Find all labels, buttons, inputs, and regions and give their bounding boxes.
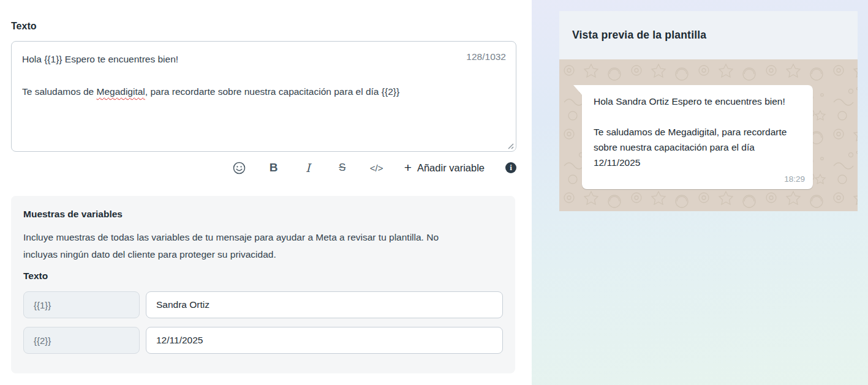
- preview-pane: Vista previa de la plantilla: [532, 0, 868, 385]
- variable-1-sample-input[interactable]: [146, 291, 503, 318]
- bubble-tail: [573, 85, 582, 95]
- preview-header: Vista previa de la plantilla: [559, 11, 858, 59]
- character-counter: 128/1032: [466, 51, 506, 62]
- template-text-line1: Hola {{1}} Espero te encuentres bien!: [22, 51, 505, 67]
- template-body-textarea[interactable]: Hola {{1}} Espero te encuentres bien! 12…: [11, 41, 516, 152]
- bold-icon[interactable]: B: [267, 159, 281, 177]
- variable-2-chip: {{2}}: [23, 327, 140, 354]
- sample-row-2: {{2}}: [23, 327, 503, 354]
- sample-rows: {{1}} {{2}}: [23, 291, 503, 354]
- body-text-label: Texto: [11, 21, 36, 32]
- message-timestamp: 18:29: [784, 174, 805, 184]
- misspelled-word: Megadigital: [97, 86, 145, 97]
- message-text: Hola Sandra Ortiz Espero te encuentres b…: [594, 94, 802, 170]
- strikethrough-icon[interactable]: S: [336, 159, 349, 177]
- template-preview-panel: Vista previa de la plantilla: [559, 11, 858, 211]
- plus-icon: +: [404, 161, 412, 174]
- samples-title: Muestras de variables: [23, 209, 503, 220]
- formatting-toolbar: B I S </> + Añadir variable i: [11, 157, 516, 179]
- template-editor-page: Texto Hola {{1}} Espero te encuentres bi…: [0, 0, 868, 385]
- textarea-resize-handle[interactable]: [506, 141, 514, 149]
- variable-samples-card: Muestras de variables Incluye muestras d…: [11, 196, 515, 373]
- message-bubble: Hola Sandra Ortiz Espero te encuentres b…: [582, 85, 813, 189]
- message-line2: Te saludamos de Megadigital, para record…: [594, 124, 802, 170]
- template-text-line2: Te saludamos de Megadigital, para record…: [22, 83, 451, 100]
- samples-description: Incluye muestras de todas las variables …: [23, 229, 470, 263]
- emoji-icon[interactable]: [232, 159, 246, 177]
- variable-1-chip: {{1}}: [23, 291, 140, 318]
- code-icon[interactable]: </>: [370, 159, 383, 177]
- add-variable-button[interactable]: + Añadir variable: [404, 162, 485, 174]
- italic-icon[interactable]: I: [301, 159, 315, 177]
- info-icon[interactable]: i: [505, 162, 516, 173]
- editor-pane: Texto Hola {{1}} Espero te encuentres bi…: [0, 0, 532, 385]
- whatsapp-chat-background: Hola Sandra Ortiz Espero te encuentres b…: [559, 59, 858, 211]
- samples-section-label: Texto: [23, 271, 503, 282]
- message-line1: Hola Sandra Ortiz Espero te encuentres b…: [594, 94, 802, 109]
- add-variable-label: Añadir variable: [417, 162, 485, 174]
- variable-2-sample-input[interactable]: [146, 327, 503, 354]
- preview-title: Vista previa de la plantilla: [572, 29, 706, 42]
- sample-row-1: {{1}}: [23, 291, 503, 318]
